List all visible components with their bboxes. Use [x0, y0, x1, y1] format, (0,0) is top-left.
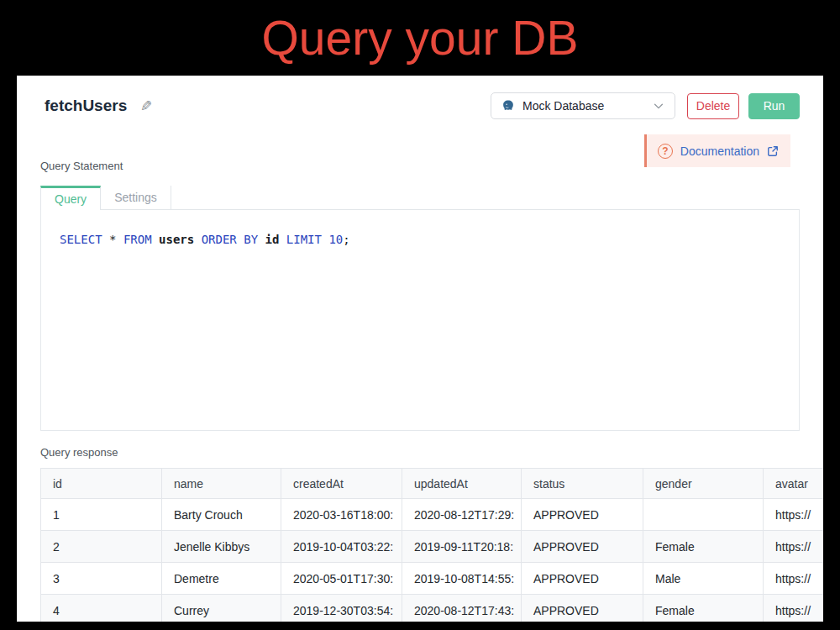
table-cell: Jenelle Kibbys	[162, 531, 281, 563]
column-header-name: name	[162, 469, 281, 499]
table-header-row: id name createdAt updatedAt status gende…	[41, 469, 824, 499]
sql-token	[152, 233, 159, 246]
column-header-id: id	[41, 469, 162, 499]
tab-settings[interactable]: Settings	[101, 186, 171, 209]
documentation-link[interactable]: ? Documentation	[644, 134, 790, 167]
table-cell: https://	[764, 531, 824, 563]
query-response-label: Query response	[40, 446, 118, 459]
sql-token: ORDER BY	[202, 233, 258, 246]
table-cell: 2019-10-08T14:55:	[402, 563, 522, 595]
table-row: 4Currey2019-12-30T03:54:2020-08-12T17:43…	[41, 595, 824, 622]
edit-name-pencil-icon[interactable]: ✎	[140, 97, 152, 115]
table-cell: 2020-08-12T17:43:	[402, 595, 522, 622]
sql-token	[258, 233, 265, 246]
table-cell: 2019-10-04T03:22:	[281, 531, 402, 563]
table-cell: 2020-03-16T18:00:	[281, 499, 402, 531]
chevron-down-icon	[653, 100, 664, 112]
delete-button[interactable]: Delete	[687, 93, 739, 119]
sql-token: id	[265, 233, 280, 246]
table-cell: 2020-05-01T17:30:	[281, 563, 402, 595]
table-cell: Barty Crouch	[162, 499, 281, 531]
response-table: id name createdAt updatedAt status gende…	[40, 468, 823, 622]
tab-settings-label: Settings	[114, 191, 157, 204]
datasource-select[interactable]: Mock Database	[491, 92, 675, 119]
column-header-gender: gender	[643, 469, 764, 499]
column-header-avatar: avatar	[764, 469, 824, 499]
table-cell	[643, 499, 764, 531]
datasource-selected-label: Mock Database	[522, 99, 645, 113]
table-cell: Currey	[162, 595, 281, 622]
table-cell: Female	[643, 531, 764, 563]
sql-token	[194, 233, 201, 246]
sql-token: FROM	[123, 233, 152, 246]
sql-token	[116, 233, 123, 246]
table-cell: Demetre	[162, 563, 281, 595]
sql-token	[102, 233, 109, 246]
query-statement-label: Query Statement	[40, 160, 123, 172]
table-cell: https://	[764, 563, 824, 595]
query-editor-panel: fetchUsers ✎ Mock Database Delete Run	[17, 76, 823, 622]
column-header-createdAt: createdAt	[281, 469, 402, 499]
tab-query-label: Query	[55, 192, 87, 206]
editor-tabs: Query Settings	[40, 186, 800, 210]
sql-token: SELECT	[60, 233, 102, 246]
table-cell: 2019-09-11T20:18:	[402, 531, 522, 563]
query-name: fetchUsers	[45, 97, 127, 115]
tab-query[interactable]: Query	[40, 186, 101, 210]
documentation-label: Documentation	[680, 144, 759, 158]
table-cell: 1	[41, 499, 162, 531]
table-cell: APPROVED	[522, 595, 643, 622]
banner: Query your DB	[0, 0, 840, 76]
table-cell: Female	[643, 595, 764, 622]
table-cell: APPROVED	[522, 499, 643, 531]
sql-editor[interactable]: SELECT * FROM users ORDER BY id LIMIT 10…	[40, 210, 800, 431]
column-header-status: status	[522, 469, 643, 499]
table-row: 3Demetre2020-05-01T17:30:2019-10-08T14:5…	[41, 563, 824, 595]
query-header-row: fetchUsers ✎ Mock Database Delete Run	[45, 92, 800, 119]
sql-token: ;	[343, 233, 349, 246]
table-cell: APPROVED	[522, 531, 643, 563]
table-cell: https://	[764, 499, 824, 531]
table-row: 2Jenelle Kibbys2019-10-04T03:22:2019-09-…	[41, 531, 824, 563]
postgresql-icon	[501, 99, 515, 113]
table-cell: 3	[41, 563, 162, 595]
table-row: 1Barty Crouch2020-03-16T18:00:2020-08-12…	[41, 499, 824, 531]
sql-token	[279, 233, 286, 246]
table-cell: https://	[764, 595, 824, 622]
header-controls: Mock Database Delete Run	[491, 92, 800, 119]
table-cell: 2019-12-30T03:54:	[281, 595, 402, 622]
question-icon: ?	[658, 144, 673, 159]
sql-token: users	[159, 233, 194, 246]
sql-statement: SELECT * FROM users ORDER BY id LIMIT 10…	[41, 210, 799, 246]
run-button[interactable]: Run	[748, 93, 800, 119]
response-table-container[interactable]: id name createdAt updatedAt status gende…	[40, 468, 823, 622]
table-cell: 2020-08-12T17:29:	[402, 499, 522, 531]
table-cell: APPROVED	[522, 563, 643, 595]
table-cell: 4	[41, 595, 162, 622]
open-doc-icon	[767, 145, 779, 157]
table-cell: 2	[41, 531, 162, 563]
page-title: Query your DB	[262, 10, 579, 66]
sql-token: 10	[328, 233, 343, 246]
table-cell: Male	[643, 563, 764, 595]
sql-token: LIMIT	[286, 233, 322, 246]
column-header-updatedAt: updatedAt	[402, 469, 522, 499]
